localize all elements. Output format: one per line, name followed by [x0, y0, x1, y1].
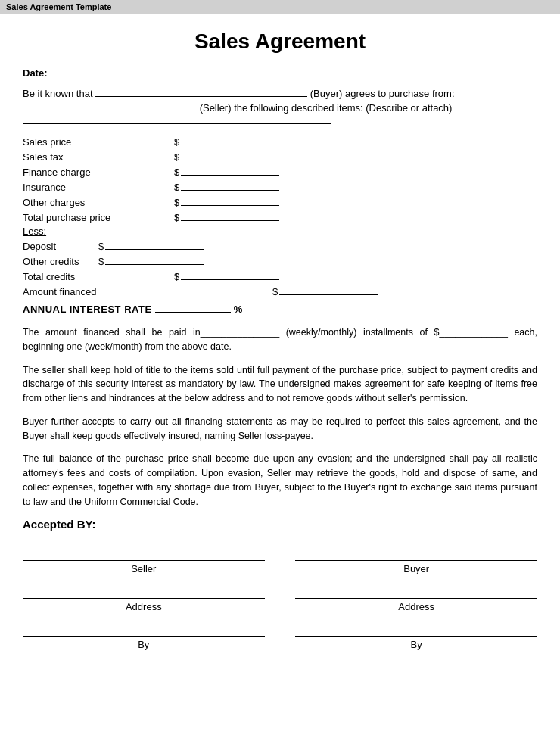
- sig-right-2: By: [295, 620, 537, 650]
- price-field-5[interactable]: [181, 210, 279, 221]
- price-row-1: Sales tax $: [23, 150, 537, 163]
- signatures-section: Seller Buyer Address Address By By: [23, 544, 537, 650]
- sig-line-right-2[interactable]: [295, 620, 537, 637]
- sig-left-2: By: [23, 620, 265, 650]
- content-area: Sales Agreement Date: Be it known that (…: [0, 14, 560, 680]
- sig-right-0: Buyer: [295, 544, 537, 574]
- accepted-by: Accepted BY:: [23, 518, 537, 531]
- page: Sales Agreement Template Sales Agreement…: [0, 0, 560, 741]
- deposit-rows: Deposit $ Other credits $: [23, 239, 537, 267]
- date-field[interactable]: [53, 76, 189, 76]
- tab-label: Sales Agreement Template: [6, 2, 111, 11]
- sig-line-left-1[interactable]: [23, 582, 265, 599]
- paragraphs-section: The amount financed shall be paid in____…: [23, 325, 537, 509]
- paragraph-2: Buyer further accepts to carry out all f…: [23, 415, 537, 444]
- seller-line: (Seller) the following described items: …: [23, 102, 537, 114]
- sig-left-1: Address: [23, 582, 265, 612]
- price-field-1[interactable]: [181, 150, 279, 160]
- price-dollar-3: $: [174, 182, 179, 193]
- price-dollar-1: $: [174, 151, 179, 163]
- price-label-5: Total purchase price: [23, 212, 174, 223]
- sig-label-right-0: Buyer: [295, 563, 537, 574]
- deposit-dollar-1: $: [98, 256, 104, 267]
- paragraph-1: The seller shall keep hold of title to t…: [23, 363, 537, 406]
- deposit-label-1: Other credits: [23, 256, 98, 267]
- seller-field[interactable]: [23, 111, 197, 111]
- sig-line-left-0[interactable]: [23, 544, 265, 561]
- divider-line-1: [23, 120, 537, 120]
- price-field-4[interactable]: [181, 195, 279, 206]
- price-label-0: Sales price: [23, 136, 174, 148]
- deposit-field-1[interactable]: [105, 254, 204, 265]
- deposit-field-0[interactable]: [105, 239, 204, 250]
- annual-rate-row: ANNUAL INTEREST RATE %: [23, 302, 537, 315]
- annual-rate-suffix: %: [234, 304, 243, 315]
- total-credits-label: Total credits: [23, 271, 98, 282]
- price-rows: Sales price $ Sales tax $ Finance charge…: [23, 135, 537, 223]
- sig-label-left-2: By: [23, 639, 265, 650]
- date-line: Date:: [23, 67, 537, 79]
- amount-financed-label: Amount financed: [23, 286, 174, 297]
- annual-rate-label: ANNUAL INTEREST RATE: [23, 304, 152, 315]
- price-row-0: Sales price $: [23, 135, 537, 148]
- signature-row-1: Address Address: [23, 582, 537, 612]
- total-credits-field[interactable]: [181, 269, 279, 280]
- paragraph-3: The full balance of the purchase price s…: [23, 452, 537, 509]
- total-credits-dollar: $: [174, 271, 179, 282]
- price-label-3: Insurance: [23, 182, 174, 193]
- price-dollar-2: $: [174, 167, 179, 178]
- seller-suffix: (Seller) the following described items: …: [200, 102, 453, 114]
- buyer-line: Be it known that (Buyer) agrees to purch…: [23, 88, 537, 99]
- sig-line-right-0[interactable]: [295, 544, 537, 561]
- price-label-2: Finance charge: [23, 167, 174, 178]
- buyer-suffix: (Buyer) agrees to purchase from:: [310, 88, 455, 99]
- page-title: Sales Agreement: [23, 30, 537, 54]
- paragraph-0: The amount financed shall be paid in____…: [23, 325, 537, 354]
- price-row-5: Total purchase price $: [23, 210, 537, 223]
- price-field-3[interactable]: [181, 180, 279, 191]
- deposit-label-0: Deposit: [23, 241, 98, 252]
- price-field-0[interactable]: [181, 135, 279, 145]
- price-field-2[interactable]: [181, 165, 279, 176]
- sig-right-1: Address: [295, 582, 537, 612]
- signature-row-0: Seller Buyer: [23, 544, 537, 574]
- price-row-3: Insurance $: [23, 180, 537, 193]
- price-section: Sales price $ Sales tax $ Finance charge…: [23, 135, 537, 297]
- sig-label-left-1: Address: [23, 601, 265, 612]
- price-dollar-5: $: [174, 212, 179, 223]
- price-row-2: Finance charge $: [23, 165, 537, 178]
- amount-financed-row: Amount financed $: [23, 285, 537, 297]
- price-dollar-0: $: [174, 136, 179, 148]
- tab-bar: Sales Agreement Template: [0, 0, 560, 14]
- sig-label-right-1: Address: [295, 601, 537, 612]
- deposit-row-1: Other credits $: [23, 254, 537, 267]
- signature-row-2: By By: [23, 620, 537, 650]
- sig-label-right-2: By: [295, 639, 537, 650]
- divider-line-2: [23, 123, 331, 124]
- annual-rate-field[interactable]: [155, 302, 231, 313]
- price-dollar-4: $: [174, 197, 179, 208]
- price-label-4: Other charges: [23, 197, 174, 208]
- amount-financed-field[interactable]: [279, 285, 378, 295]
- deposit-dollar-0: $: [98, 241, 104, 252]
- buyer-intro: Be it known that: [23, 88, 93, 99]
- less-label-row: Less:: [23, 226, 537, 237]
- deposit-row-0: Deposit $: [23, 239, 537, 252]
- date-label: Date:: [23, 67, 48, 79]
- sig-line-left-2[interactable]: [23, 620, 265, 637]
- amount-financed-dollar: $: [272, 286, 278, 297]
- total-credits-row: Total credits $: [23, 269, 537, 282]
- sig-label-left-0: Seller: [23, 563, 265, 574]
- buyer-field[interactable]: [95, 96, 307, 97]
- less-label: Less:: [23, 226, 46, 237]
- sig-left-0: Seller: [23, 544, 265, 574]
- sig-line-right-1[interactable]: [295, 582, 537, 599]
- price-label-1: Sales tax: [23, 151, 174, 163]
- price-row-4: Other charges $: [23, 195, 537, 208]
